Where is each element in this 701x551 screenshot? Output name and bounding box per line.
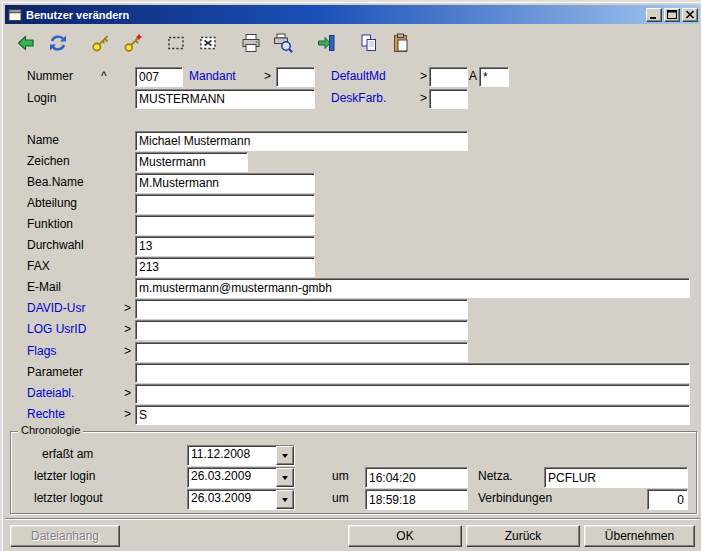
david-usr-input[interactable] — [135, 299, 468, 319]
toolbar-group-clipboard — [355, 30, 414, 57]
log-usrid-arrow[interactable]: > — [124, 320, 131, 338]
david-usr-link[interactable]: DAVID-Usr — [27, 299, 85, 317]
abteilung-input[interactable] — [135, 194, 315, 214]
rechte-input[interactable] — [135, 405, 690, 425]
zeichen-input[interactable] — [135, 152, 248, 172]
letzter-login-combo[interactable]: 26.03.2009 — [187, 467, 295, 488]
deskfarb-link[interactable]: DeskFarb. — [331, 89, 386, 107]
verbindungen-label: Verbindungen — [478, 489, 552, 507]
durchwahl-input[interactable] — [135, 236, 315, 256]
erfasst-am-label: erfaßt am — [42, 445, 93, 463]
nummer-label: Nummer — [27, 67, 73, 85]
login-time-input[interactable] — [365, 467, 468, 488]
print-preview-button[interactable] — [269, 30, 296, 57]
funktion-label: Funktion — [27, 215, 73, 233]
funktion-input[interactable] — [135, 215, 315, 235]
zurueck-button[interactable]: Zurück — [466, 525, 580, 547]
titlebar-buttons — [646, 8, 698, 22]
bea-name-label: Bea.Name — [27, 173, 84, 191]
key-button[interactable] — [87, 30, 114, 57]
netza-input[interactable] — [544, 467, 688, 488]
nummer-sort-button[interactable]: ^ — [101, 67, 107, 85]
log-usrid-link[interactable]: LOG UsrID — [27, 320, 86, 338]
letzter-logout-combo[interactable]: 26.03.2009 — [187, 489, 295, 510]
flags-arrow[interactable]: > — [124, 342, 131, 360]
mandant-link[interactable]: Mandant — [189, 67, 236, 85]
defaultmd-arrow[interactable]: > — [420, 67, 427, 85]
bea-name-input[interactable] — [135, 173, 315, 193]
print-button[interactable] — [237, 30, 264, 57]
uebernehmen-button[interactable]: Übernehmen — [584, 525, 695, 547]
erfasst-am-dropdown-button[interactable] — [276, 446, 294, 465]
window-title: Benutzer verändern — [26, 9, 646, 21]
back-button[interactable] — [12, 30, 39, 57]
key-red-icon — [122, 32, 144, 54]
minimize-button[interactable] — [646, 8, 662, 22]
titlebar: Benutzer verändern — [5, 5, 700, 24]
deskfarb-input[interactable] — [429, 89, 468, 109]
dateianhang-button[interactable]: Dateianhang — [10, 525, 120, 547]
toolbar-group-nav — [12, 30, 71, 57]
maximize-button[interactable] — [664, 8, 680, 22]
dateiabl-input[interactable] — [135, 384, 690, 404]
refresh-button[interactable] — [44, 30, 71, 57]
nummer-input[interactable] — [135, 67, 183, 87]
login-input[interactable] — [135, 89, 315, 109]
toolbar — [6, 27, 699, 59]
name-label: Name — [27, 131, 59, 149]
paste-button[interactable] — [387, 30, 414, 57]
flags-link[interactable]: Flags — [27, 342, 56, 360]
export-button[interactable] — [312, 30, 339, 57]
toolbar-group-keys — [87, 30, 146, 57]
letzter-logout-dropdown-button[interactable] — [276, 490, 294, 509]
letzter-login-dropdown-button[interactable] — [276, 468, 294, 487]
close-button[interactable] — [682, 8, 698, 22]
refresh-icon — [47, 32, 69, 54]
letzter-login-date: 26.03.2009 — [188, 468, 276, 487]
a-input[interactable] — [479, 67, 509, 87]
email-input[interactable] — [135, 278, 690, 298]
toolbar-group-select — [162, 30, 221, 57]
select-icon — [165, 32, 187, 54]
letzter-logout-label: letzter logout — [34, 489, 103, 507]
toolbar-group-export — [312, 30, 339, 57]
fax-label: FAX — [27, 257, 50, 275]
parameter-label: Parameter — [27, 363, 83, 381]
login-um-label: um — [332, 467, 349, 485]
key-red-button[interactable] — [119, 30, 146, 57]
erfasst-am-combo[interactable]: 11.12.2008 — [187, 445, 295, 466]
paste-icon — [390, 32, 412, 54]
copy-button[interactable] — [355, 30, 382, 57]
maximize-icon — [667, 10, 677, 19]
rechte-arrow[interactable]: > — [124, 405, 131, 423]
defaultmd-link[interactable]: DefaultMd — [331, 67, 386, 85]
flags-input[interactable] — [135, 342, 468, 362]
minimize-icon — [649, 10, 659, 19]
dateiabl-link[interactable]: Dateiabl. — [27, 384, 74, 402]
rechte-link[interactable]: Rechte — [27, 405, 65, 423]
logout-um-label: um — [332, 489, 349, 507]
defaultmd-input[interactable] — [429, 67, 468, 87]
fax-input[interactable] — [135, 257, 315, 277]
name-input[interactable] — [135, 131, 468, 151]
david-usr-arrow[interactable]: > — [124, 299, 131, 317]
letzter-logout-date: 26.03.2009 — [188, 490, 276, 509]
abteilung-label: Abteilung — [27, 194, 77, 212]
close-icon — [685, 10, 695, 19]
toolbar-group-print — [237, 30, 296, 57]
deskfarb-arrow[interactable]: > — [420, 89, 427, 107]
mandant-input[interactable] — [276, 67, 315, 87]
letzter-login-label: letzter login — [34, 467, 95, 485]
parameter-input[interactable] — [135, 363, 690, 383]
dateiabl-arrow[interactable]: > — [124, 384, 131, 402]
mandant-arrow[interactable]: > — [264, 67, 271, 85]
log-usrid-input[interactable] — [135, 320, 468, 340]
dialog-benutzer-veraendern: Benutzer verändern — [0, 0, 701, 551]
ok-button[interactable]: OK — [348, 525, 462, 547]
verbindungen-input[interactable] — [647, 489, 688, 510]
chevron-down-icon — [282, 454, 288, 461]
select-button[interactable] — [162, 30, 189, 57]
logout-time-input[interactable] — [365, 489, 468, 510]
login-label: Login — [27, 89, 56, 107]
select-clear-button[interactable] — [194, 30, 221, 57]
